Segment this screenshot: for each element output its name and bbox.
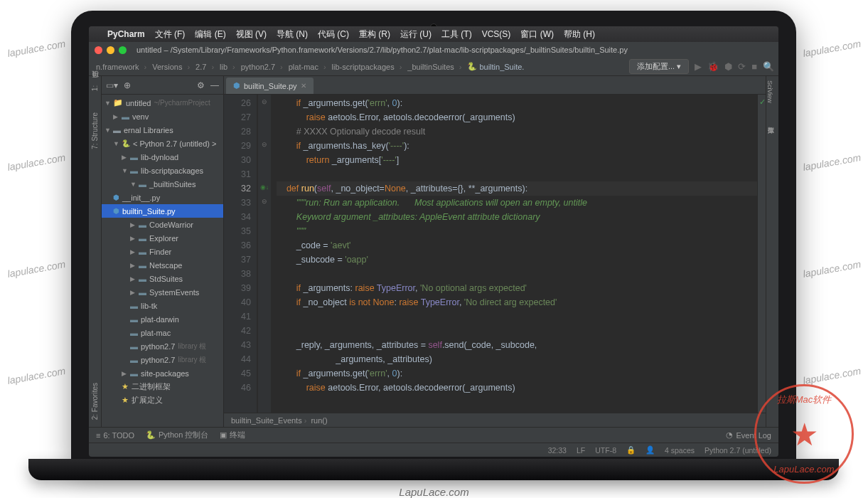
status-bar: 32:33 LF UTF-8 🔒 👤 4 spaces Python 2.7 (… bbox=[89, 443, 778, 457]
lock-icon[interactable]: 🔒 bbox=[626, 445, 636, 455]
tree-item[interactable]: ▶▬lib-dynload bbox=[102, 150, 223, 164]
menu-help[interactable]: 帮助 (H) bbox=[564, 28, 595, 41]
hector-icon[interactable]: 👤 bbox=[645, 445, 655, 455]
bottom-toolbar: ≡ 6: TODO 🐍 Python 控制台 ▣ 终端 ◔ Event Log bbox=[89, 427, 778, 443]
gutter-icons: ⊖ ⊖ ◉↓ ⊖ bbox=[258, 95, 271, 413]
tree-item[interactable]: ▶▬venv bbox=[102, 110, 223, 123]
right-toolstrip: SciView 数据库 bbox=[766, 76, 778, 427]
watermark: lapulace.com bbox=[802, 38, 862, 59]
code-editor[interactable]: if _arguments.get('errn', 0): raise aeto… bbox=[257, 95, 757, 413]
code-crumb[interactable]: run() bbox=[311, 416, 327, 425]
tree-item[interactable]: ▶▬SystemEvents bbox=[102, 285, 223, 299]
tree-item[interactable]: ★扩展定义 bbox=[102, 393, 223, 407]
project-tree[interactable]: ▼📁untitled ~/PycharmProject▶▬venv▼▬ernal… bbox=[102, 95, 223, 427]
menu-edit[interactable]: 编辑 (E) bbox=[195, 28, 225, 41]
fullscreen-button[interactable] bbox=[119, 46, 127, 54]
run-icon[interactable]: ▶ bbox=[695, 61, 702, 72]
tab-favorites[interactable]: 2: Favorites bbox=[91, 383, 99, 420]
encoding[interactable]: UTF-8 bbox=[595, 446, 616, 455]
watermark: lapulace.com bbox=[802, 258, 862, 280]
editor-tabs: ⬢ builtin_Suite.py ✕ bbox=[224, 76, 766, 95]
breadcrumb[interactable]: lib bbox=[217, 63, 238, 71]
menu-refactor[interactable]: 重构 (R) bbox=[359, 28, 390, 41]
line-gutter[interactable]: 2627282930313233343536373839404142434445… bbox=[224, 95, 257, 413]
tree-item[interactable]: ▶▬Netscape bbox=[102, 258, 223, 272]
error-stripe[interactable]: ✓ bbox=[757, 95, 766, 413]
close-tab-icon[interactable]: ✕ bbox=[301, 82, 306, 90]
ide-window: PyCharm 文件 (F) 编辑 (E) 视图 (V) 导航 (N) 代码 (… bbox=[89, 26, 778, 457]
tree-item[interactable]: ★二进制框架 bbox=[102, 380, 223, 393]
breadcrumb[interactable]: Versions bbox=[149, 63, 193, 71]
profile-icon[interactable]: ⟳ bbox=[738, 61, 746, 72]
tree-item[interactable]: ▶▬StdSuites bbox=[102, 272, 223, 285]
tab-label: builtin_Suite.py bbox=[244, 82, 297, 90]
tree-item[interactable]: ▼▬ernal Libraries bbox=[102, 123, 223, 137]
interpreter[interactable]: Python 2.7 (untitled) bbox=[704, 446, 771, 455]
python-console-button[interactable]: 🐍 Python 控制台 bbox=[146, 430, 208, 440]
tree-item[interactable]: ▬python2.7 library 根 bbox=[102, 339, 223, 353]
menu-window[interactable]: 窗口 (W) bbox=[520, 28, 554, 41]
tab-sciview[interactable]: SciView bbox=[766, 76, 773, 103]
menu-code[interactable]: 代码 (C) bbox=[318, 28, 349, 41]
tree-item[interactable]: ▶▬Finder bbox=[102, 245, 223, 258]
select-target-icon[interactable]: ⊕ bbox=[124, 80, 131, 90]
menu-tools[interactable]: 工具 (T) bbox=[441, 28, 472, 41]
tree-item[interactable]: ⬢builtin_Suite.py bbox=[102, 204, 223, 218]
gear-icon[interactable]: ⚙ bbox=[197, 80, 205, 90]
left-toolstrip: 1: 项目 7: Structure 2: Favorites bbox=[89, 76, 102, 427]
tree-item[interactable]: ▬python2.7 library 根 bbox=[102, 353, 223, 366]
menu-navigate[interactable]: 导航 (N) bbox=[277, 28, 308, 41]
terminal-button[interactable]: ▣ 终端 bbox=[220, 430, 245, 440]
tree-item[interactable]: ▶▬site-packages bbox=[102, 366, 223, 380]
tab-project[interactable]: 1: 项目 bbox=[90, 83, 100, 91]
menu-vcs[interactable]: VCS(S) bbox=[482, 29, 511, 39]
tree-item[interactable]: ▬plat-mac bbox=[102, 326, 223, 339]
laptop-mockup: PyCharm 文件 (F) 编辑 (E) 视图 (V) 导航 (N) 代码 (… bbox=[71, 11, 796, 480]
watermark: lapulace.com bbox=[6, 152, 66, 173]
menu-view[interactable]: 视图 (V) bbox=[236, 28, 267, 41]
menu-run[interactable]: 运行 (U) bbox=[400, 28, 432, 41]
watermark: lapulace.com bbox=[802, 152, 862, 173]
coverage-icon[interactable]: ⬢ bbox=[724, 61, 732, 72]
breadcrumb[interactable]: n.framework bbox=[93, 63, 149, 71]
minimize-button[interactable] bbox=[107, 46, 114, 54]
breadcrumb[interactable]: python2.7 bbox=[238, 63, 286, 71]
project-view-icon[interactable]: ▭▾ bbox=[106, 80, 118, 90]
python-file-icon: ⬢ bbox=[233, 81, 240, 90]
tree-item[interactable]: ▼🐍< Python 2.7 (untitled) > bbox=[102, 137, 223, 150]
breadcrumb-current[interactable]: 🐍 builtin_Suite. bbox=[464, 62, 532, 71]
collapse-icon[interactable]: — bbox=[210, 80, 219, 90]
tree-item[interactable]: ▶▬Explorer bbox=[102, 231, 223, 245]
tab-structure[interactable]: 7: Structure bbox=[91, 112, 99, 149]
indent-setting[interactable]: 4 spaces bbox=[665, 446, 695, 455]
watermark: lapulace.com bbox=[802, 365, 862, 386]
editor-panel: ⬢ builtin_Suite.py ✕ 2627282930313233343… bbox=[224, 76, 766, 427]
app-name[interactable]: PyCharm bbox=[107, 29, 145, 39]
tree-item[interactable]: ▼📁untitled ~/PycharmProject bbox=[102, 96, 223, 110]
event-log-button[interactable]: ◔ Event Log bbox=[726, 430, 771, 440]
breadcrumb[interactable]: 2.7 bbox=[193, 63, 217, 71]
line-ending[interactable]: LF bbox=[577, 446, 585, 455]
todo-button[interactable]: ≡ 6: TODO bbox=[96, 431, 134, 440]
breadcrumb[interactable]: _builtinSuites bbox=[404, 63, 464, 71]
tree-item[interactable]: ⬢__init__.py bbox=[102, 191, 223, 204]
debug-icon[interactable]: 🐞 bbox=[707, 61, 719, 72]
code-crumb[interactable]: builtin_Suite_Events bbox=[231, 416, 306, 425]
stop-icon[interactable]: ■ bbox=[751, 61, 757, 72]
tree-item[interactable]: ▶▬CodeWarrior bbox=[102, 218, 223, 231]
tree-item[interactable]: ▬lib-tk bbox=[102, 299, 223, 312]
editor-tab[interactable]: ⬢ builtin_Suite.py ✕ bbox=[226, 78, 314, 94]
search-icon[interactable]: 🔍 bbox=[763, 61, 774, 72]
tree-item[interactable]: ▬plat-darwin bbox=[102, 312, 223, 326]
breadcrumb[interactable]: plat-mac bbox=[286, 63, 329, 71]
breadcrumb[interactable]: lib-scriptpackages bbox=[329, 63, 405, 71]
window-titlebar: untitled – /System/Library/Frameworks/Py… bbox=[89, 42, 778, 58]
cursor-position[interactable]: 32:33 bbox=[548, 446, 567, 455]
tree-item[interactable]: ▼▬lib-scriptpackages bbox=[102, 164, 223, 177]
tab-database[interactable]: 数据库 bbox=[766, 117, 776, 122]
close-button[interactable] bbox=[95, 46, 102, 54]
menu-file[interactable]: 文件 (F) bbox=[155, 28, 186, 41]
code-breadcrumbs: builtin_Suite_Events run() bbox=[224, 413, 766, 427]
tree-item[interactable]: ▼▬_builtinSuites bbox=[102, 177, 223, 191]
run-config-button[interactable]: 添加配置... ▾ bbox=[629, 59, 689, 74]
